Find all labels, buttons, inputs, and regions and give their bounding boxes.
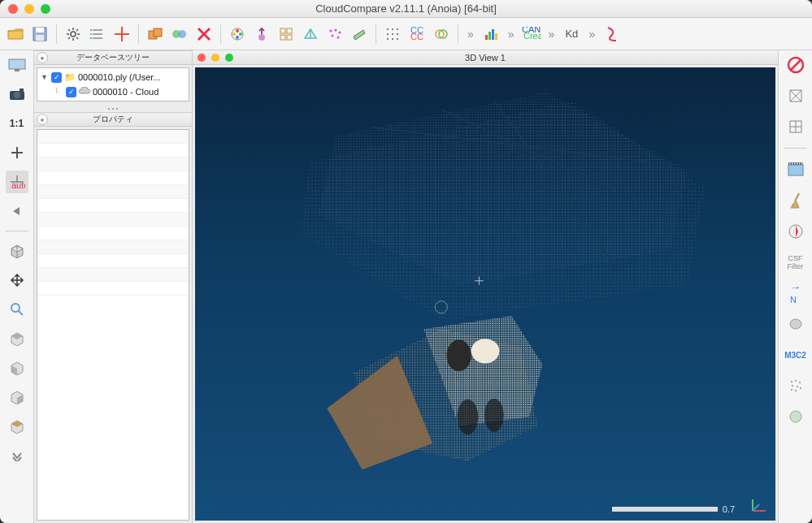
kd-button[interactable]: Kd [561,24,582,45]
db-tree[interactable]: ▼ ✓ 📁 0000010.ply (/User... └ ✓ 0000010 … [37,67,189,102]
scale-value: 0.7 [723,504,735,514]
svg-point-27 [236,29,239,32]
tree-child-row[interactable]: └ ✓ 0000010 - Cloud [37,84,189,99]
top-view-icon[interactable] [6,327,28,350]
sphere-icon[interactable] [784,405,807,428]
3d-viewport[interactable]: 0.7 [195,67,775,521]
open-file-button[interactable] [5,24,26,45]
subsample-button[interactable] [382,24,403,45]
animation-icon[interactable] [784,158,807,181]
toolbar-overflow-chevron[interactable]: » [545,28,558,41]
properties-header[interactable]: ● プロパティ [34,112,192,127]
cloud-icon [79,87,90,97]
iso-view-icon[interactable] [6,240,28,262]
one-to-one-icon[interactable]: 1:1 [6,112,28,135]
properties-table[interactable] [37,129,189,521]
db-tree-header[interactable]: ● データベースツリー [34,50,192,65]
hull-icon[interactable] [784,313,807,335]
viewport-header[interactable]: 3D View 1 [193,50,778,65]
normal-vector-icon[interactable]: →N [784,282,807,305]
align-button[interactable] [431,24,452,45]
plus-icon[interactable] [6,141,28,164]
csf-filter-button[interactable]: CSF Filter [784,251,807,274]
color-button[interactable] [227,24,248,45]
checkbox-icon[interactable]: ✓ [66,87,76,97]
toolbar-overflow-chevron[interactable]: » [505,28,518,41]
svg-rect-21 [154,28,162,37]
camera-icon[interactable] [6,83,28,106]
svg-rect-35 [280,35,285,40]
svg-point-38 [335,28,337,31]
checkbox-icon[interactable]: ✓ [51,72,62,83]
axis-indicator [749,495,769,514]
rotate-left-icon[interactable] [6,200,28,223]
grid-icon[interactable] [784,115,807,138]
svg-point-84 [457,400,478,434]
broom-icon[interactable] [784,189,807,212]
svg-rect-62 [15,69,20,71]
front-view-icon[interactable] [6,357,28,379]
viewer-icon[interactable] [6,54,28,76]
fit-plane-button[interactable] [349,24,370,45]
property-row [37,199,189,213]
svg-line-9 [76,37,78,39]
curve-button[interactable] [601,24,623,45]
panel-resize-grip[interactable]: • • • [34,104,192,112]
svg-line-74 [19,311,23,315]
toolbar-overflow-chevron[interactable]: » [585,28,598,41]
facets-icon[interactable] [784,84,807,107]
svg-point-45 [387,33,389,35]
property-row [37,185,189,199]
property-row [37,213,189,227]
delete-button[interactable] [193,24,215,45]
point-picking-button[interactable] [111,24,132,45]
expand-down-icon[interactable] [6,444,28,467]
svg-point-15 [90,29,92,31]
svg-point-31 [258,34,265,41]
viewer-settings-button[interactable] [63,24,84,45]
compass-icon[interactable] [784,220,807,243]
list-toggle-button[interactable] [87,24,108,45]
svg-rect-34 [287,28,292,33]
merge-button[interactable] [169,24,190,45]
zoom-icon[interactable] [6,298,28,321]
svg-rect-61 [9,59,25,69]
svg-point-47 [397,33,398,35]
m3c2-button[interactable]: M3C2 [784,344,807,366]
side-view-icon[interactable] [6,386,28,408]
move-icon[interactable] [6,269,28,292]
svg-rect-36 [287,35,292,40]
svg-point-114 [799,382,801,383]
canupo-button[interactable]: CANUPOCreate [521,24,542,45]
tree-item-label: 0000010 - Cloud [93,87,158,97]
sample-button[interactable] [324,24,345,45]
svg-point-115 [792,385,793,387]
svg-rect-104 [801,163,803,165]
back-view-icon[interactable] [6,415,28,438]
svg-point-111 [790,319,801,329]
save-file-button[interactable] [29,24,50,45]
db-tree-title: データベースツリー [34,52,192,63]
svg-point-44 [397,28,398,30]
property-row [37,227,189,240]
expand-arrow-icon[interactable]: ▼ [41,73,49,81]
mesh-button[interactable] [300,24,321,45]
property-row [37,130,189,144]
normals-button[interactable] [251,24,272,45]
svg-rect-55 [485,35,488,40]
pcv-icon[interactable] [784,374,807,397]
svg-text:Create: Create [523,31,541,41]
disable-icon[interactable] [784,54,807,76]
octree-button[interactable] [276,24,297,45]
properties-title: プロパティ [34,114,192,125]
svg-rect-65 [20,89,24,91]
toolbar-overflow-chevron[interactable]: » [464,28,477,41]
svg-point-40 [332,34,334,37]
tree-root-row[interactable]: ▼ ✓ 📁 0000010.ply (/User... [37,70,189,84]
register-button[interactable]: CCCC [406,24,428,45]
auto-pick-button[interactable]: auto [6,171,28,193]
clone-button[interactable] [145,24,166,45]
svg-rect-2 [36,35,44,41]
histogram-button[interactable] [480,24,502,45]
toolbar-separator [56,24,57,44]
